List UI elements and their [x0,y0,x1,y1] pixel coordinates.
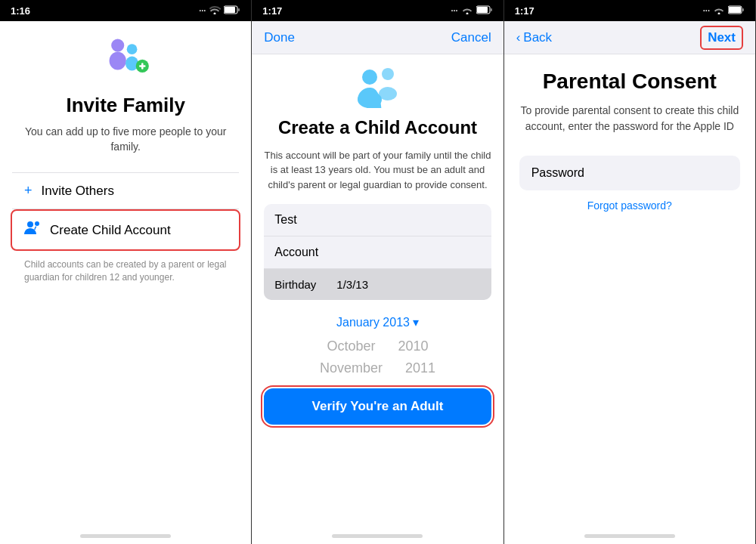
forgot-password-link[interactable]: Forgot password? [519,199,740,212]
name-form: Test Account Birthday 1/3/13 [264,204,491,300]
wifi-icon-3 [713,5,725,16]
done-button[interactable]: Done [264,30,295,45]
panel-parental-consent: 1:17 ··· ‹ Back Next [504,0,756,544]
month-selector-label: January 2013 [336,316,410,329]
signal-dots-icon-3: ··· [703,6,710,15]
panel-create-child: 1:17 ··· Done Cancel [252,0,503,544]
status-icons-1: ··· [199,5,240,16]
birthday-value: 1/3/13 [336,278,368,291]
last-name-value: Account [274,246,318,258]
invite-title: Invite Family [12,94,239,117]
parental-consent-title: Parental Consent [519,70,740,94]
birthday-label: Birthday [274,278,327,291]
home-indicator-1 [0,527,251,544]
picker-row-2: November 2011 [264,357,491,379]
birthday-row[interactable]: Birthday 1/3/13 [264,269,491,300]
signal-dots-icon-2: ··· [451,6,457,15]
home-bar-2 [332,534,423,538]
svg-point-11 [35,221,39,226]
last-name-row[interactable]: Account [264,236,491,269]
status-icons-3: ··· [703,5,745,16]
picker-november: November [320,360,383,376]
svg-point-4 [110,52,126,70]
home-indicator-2 [252,527,503,544]
status-bar-2: 1:17 ··· [252,0,503,21]
svg-rect-13 [477,7,488,13]
password-field[interactable]: Password [519,156,740,190]
svg-rect-9 [141,63,144,70]
status-time-3: 1:17 [515,5,534,17]
picker-row-1: October 2010 [264,335,491,357]
battery-icon-3 [728,5,745,16]
svg-point-10 [27,221,33,227]
child-account-icon [24,221,41,240]
chevron-left-icon: ‹ [516,30,521,45]
verify-btn-wrap: Verify You're an Adult [252,379,503,434]
first-name-value: Test [274,213,296,226]
picker-2010: 2010 [398,338,428,354]
family-icon-area [12,36,239,82]
child-icon-area [264,66,491,108]
child-account-hero-icon [355,66,400,108]
status-icons-2: ··· [451,5,492,16]
status-bar-3: 1:17 ··· [504,0,755,21]
home-bar-3 [584,534,675,538]
picker-october: October [327,338,375,354]
home-bar-1 [80,534,171,538]
svg-point-3 [111,39,124,51]
back-label: Back [523,30,552,45]
panel3-content: Parental Consent To provide parental con… [504,54,755,527]
svg-point-15 [362,70,377,85]
child-account-note: Child accounts can be created by a paren… [12,251,239,292]
signal-dots-icon: ··· [199,6,206,15]
invite-others-label: Invite Others [42,184,114,199]
plus-icon: + [24,183,33,199]
password-placeholder: Password [531,166,584,179]
svg-rect-1 [225,7,235,13]
svg-point-17 [382,68,394,80]
svg-rect-14 [491,8,492,11]
create-child-account-item[interactable]: Create Child Account [11,209,240,251]
battery-icon [224,5,240,16]
cancel-button[interactable]: Cancel [451,30,491,45]
invite-subtitle: You can add up to five more people to yo… [12,125,239,154]
nav-bar-3: ‹ Back Next [504,21,755,54]
chevron-down-icon: ▾ [413,315,419,329]
panel1-content: Invite Family You can add up to five mor… [0,21,251,527]
svg-point-16 [358,91,382,108]
family-icon [99,36,152,82]
home-indicator-3 [504,527,755,544]
wifi-icon-2 [461,5,473,16]
create-child-title: Create a Child Account [264,117,491,139]
svg-rect-20 [729,7,741,13]
month-selector[interactable]: January 2013 ▾ [252,309,503,335]
parental-consent-desc: To provide parental consent to create th… [519,103,740,134]
picker-2011: 2011 [405,360,435,376]
create-child-account-label: Create Child Account [50,223,171,238]
first-name-row[interactable]: Test [264,204,491,236]
create-child-desc: This account will be part of your family… [264,148,491,193]
invite-others-item[interactable]: + Invite Others [12,173,239,209]
svg-point-18 [379,87,397,100]
verify-adult-button[interactable]: Verify You're an Adult [264,388,491,425]
wifi-icon [209,5,221,16]
panel2-content: Create a Child Account This account will… [252,54,503,527]
status-time-1: 1:16 [11,5,30,17]
nav-bar-2: Done Cancel [252,21,503,54]
date-picker[interactable]: October 2010 November 2011 [252,335,503,379]
svg-rect-21 [742,8,744,11]
status-bar-1: 1:16 ··· [0,0,251,21]
panel-invite-family: 1:16 ··· [0,0,252,544]
battery-icon-2 [476,5,493,16]
svg-point-5 [127,44,138,54]
back-button[interactable]: ‹ Back [516,30,552,45]
status-time-2: 1:17 [262,5,282,17]
next-button[interactable]: Next [700,26,743,50]
svg-rect-2 [238,8,240,11]
